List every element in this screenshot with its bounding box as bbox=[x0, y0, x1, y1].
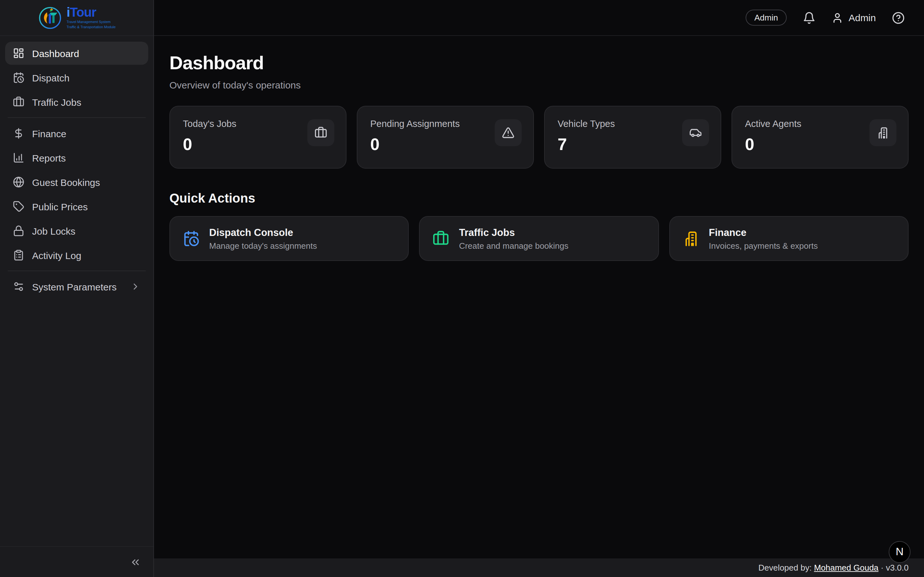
stat-card-active-agents: Active Agents 0 bbox=[732, 106, 909, 169]
help-button[interactable] bbox=[892, 11, 905, 24]
footer-prefix: Developed by: bbox=[758, 563, 814, 572]
role-badge: Admin bbox=[745, 10, 787, 26]
briefcase-icon bbox=[13, 96, 24, 108]
action-text: Traffic Jobs Create and manage bookings bbox=[459, 227, 569, 250]
sidebar-item-label: Finance bbox=[32, 128, 66, 139]
app-root: iTour Travel Management System Traffic &… bbox=[0, 0, 924, 577]
action-card-traffic-jobs[interactable]: Traffic Jobs Create and manage bookings bbox=[419, 216, 659, 261]
tag-icon bbox=[13, 201, 24, 212]
footer-bar: Developed by: Mohamed Gouda · v3.0.0 bbox=[154, 558, 924, 577]
actions-grid: Dispatch Console Manage today's assignme… bbox=[170, 216, 909, 261]
page-title: Dashboard bbox=[170, 53, 909, 74]
action-title: Dispatch Console bbox=[209, 227, 317, 238]
action-text: Dispatch Console Manage today's assignme… bbox=[209, 227, 317, 250]
sidebar-item-finance[interactable]: Finance bbox=[5, 122, 148, 145]
quick-actions-heading: Quick Actions bbox=[170, 191, 909, 206]
sidebar-item-label: Reports bbox=[32, 152, 66, 163]
sidebar-item-reports[interactable]: Reports bbox=[5, 146, 148, 169]
sidebar: iTour Travel Management System Traffic &… bbox=[0, 0, 154, 577]
page-subtitle: Overview of today's operations bbox=[170, 79, 909, 90]
action-subtitle: Create and manage bookings bbox=[459, 241, 569, 250]
sidebar-item-label: System Parameters bbox=[32, 281, 116, 292]
footer-version: · v3.0.0 bbox=[879, 563, 909, 572]
help-circle-icon bbox=[892, 11, 905, 24]
action-text: Finance Invoices, payments & exports bbox=[709, 227, 818, 250]
building-icon bbox=[682, 230, 699, 247]
briefcase-icon bbox=[433, 230, 449, 247]
stat-card-vehicle-types: Vehicle Types 7 bbox=[544, 106, 721, 169]
nav-divider bbox=[8, 117, 145, 118]
sidebar-item-label: Activity Log bbox=[32, 250, 81, 261]
layout-dashboard-icon bbox=[13, 47, 24, 59]
action-card-finance[interactable]: Finance Invoices, payments & exports bbox=[669, 216, 909, 261]
sidebar-item-label: Guest Bookings bbox=[32, 177, 100, 187]
bar-chart-icon bbox=[13, 152, 24, 163]
sidebar-item-label: Dashboard bbox=[32, 48, 79, 59]
stat-iconbox bbox=[495, 119, 522, 146]
notifications-button[interactable] bbox=[803, 11, 816, 24]
action-subtitle: Invoices, payments & exports bbox=[709, 241, 818, 250]
sidebar-item-label: Dispatch bbox=[32, 72, 69, 83]
calendar-clock-icon bbox=[13, 72, 24, 83]
sidebar-item-label: Traffic Jobs bbox=[32, 97, 81, 107]
sidebar-item-dashboard[interactable]: Dashboard bbox=[5, 42, 148, 65]
lock-icon bbox=[13, 225, 24, 237]
dollar-icon bbox=[13, 127, 24, 139]
sidebar-item-label: Public Prices bbox=[32, 201, 87, 212]
alert-triangle-icon bbox=[502, 126, 515, 139]
sidebar-item-activity-log[interactable]: Activity Log bbox=[5, 243, 148, 267]
stat-iconbox bbox=[307, 119, 334, 146]
clipboard-list-icon bbox=[13, 250, 24, 261]
stat-iconbox bbox=[682, 119, 709, 146]
user-icon bbox=[832, 12, 843, 23]
globe-icon bbox=[13, 176, 24, 188]
chevrons-left-icon bbox=[129, 556, 141, 568]
main-area: Admin Admin Dashboard Overview of today'… bbox=[154, 0, 924, 577]
itour-logo-icon bbox=[38, 5, 62, 30]
sidebar-item-job-locks[interactable]: Job Locks bbox=[5, 219, 148, 242]
brand-name: iTour bbox=[67, 6, 116, 19]
bell-icon bbox=[803, 11, 816, 24]
user-name: Admin bbox=[849, 12, 876, 23]
user-menu[interactable]: Admin bbox=[832, 12, 876, 23]
topbar: Admin Admin bbox=[154, 0, 924, 36]
calendar-clock-icon bbox=[183, 230, 200, 247]
sidebar-item-guest-bookings[interactable]: Guest Bookings bbox=[5, 171, 148, 193]
briefcase-icon bbox=[314, 126, 327, 139]
sidebar-collapse-button[interactable] bbox=[125, 552, 145, 572]
sidebar-item-public-prices[interactable]: Public Prices bbox=[5, 195, 148, 218]
sidebar-item-dispatch[interactable]: Dispatch bbox=[5, 66, 148, 89]
devtools-button[interactable]: N bbox=[889, 541, 911, 563]
stats-grid: Today's Jobs 0 Pending Assignments 0 Veh… bbox=[170, 106, 909, 169]
action-card-dispatch-console[interactable]: Dispatch Console Manage today's assignme… bbox=[170, 216, 409, 261]
footer-author-link[interactable]: Mohamed Gouda bbox=[814, 563, 879, 572]
nav-divider bbox=[8, 271, 145, 271]
van-icon bbox=[689, 126, 702, 139]
sidebar-nav: Dashboard Dispatch Traffic Jobs Finance … bbox=[0, 36, 153, 546]
page-content: Dashboard Overview of today's operations… bbox=[154, 36, 924, 261]
stat-card-pending-assignments: Pending Assignments 0 bbox=[357, 106, 534, 169]
sidebar-item-traffic-jobs[interactable]: Traffic Jobs bbox=[5, 90, 148, 113]
action-subtitle: Manage today's assignments bbox=[209, 241, 317, 250]
chevron-right-icon bbox=[130, 282, 141, 292]
brand-logo: iTour Travel Management System Traffic &… bbox=[0, 0, 153, 36]
sidebar-footer bbox=[0, 546, 153, 577]
action-title: Finance bbox=[709, 227, 818, 238]
brand-tagline: Travel Management System Traffic & Trans… bbox=[67, 20, 116, 29]
settings-sliders-icon bbox=[13, 281, 24, 292]
brand-text: iTour Travel Management System Traffic &… bbox=[67, 6, 116, 29]
sidebar-item-system-parameters[interactable]: System Parameters bbox=[5, 275, 148, 298]
stat-card-todays-jobs: Today's Jobs 0 bbox=[170, 106, 347, 169]
building-icon bbox=[877, 126, 889, 139]
action-title: Traffic Jobs bbox=[459, 227, 569, 238]
sidebar-item-label: Job Locks bbox=[32, 226, 75, 236]
stat-iconbox bbox=[869, 119, 897, 146]
